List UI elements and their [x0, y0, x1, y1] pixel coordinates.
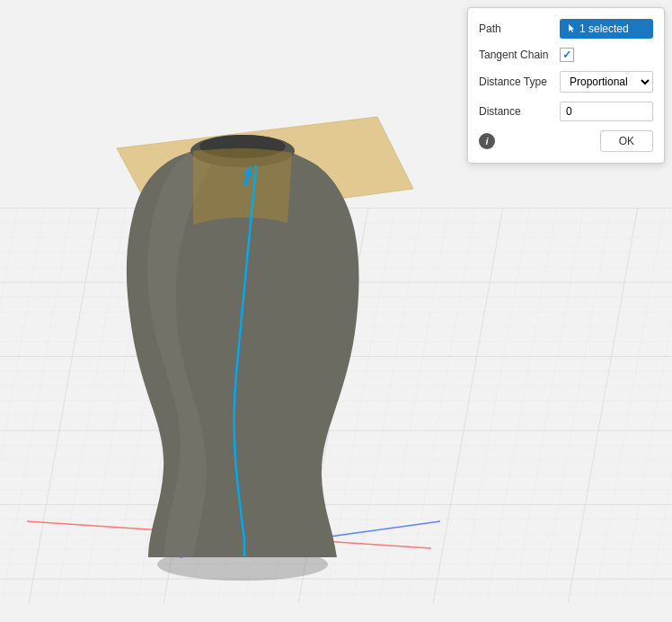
distance-type-value: Proportional Absolute — [560, 71, 653, 93]
distance-row: Distance — [479, 102, 653, 121]
properties-panel: Path 1 selected Tangent Chain ✓ Distance… — [467, 7, 665, 164]
checkbox-checkmark: ✓ — [562, 49, 571, 61]
distance-type-label: Distance Type — [479, 76, 560, 88]
ok-button[interactable]: OK — [600, 130, 653, 152]
distance-label: Distance — [479, 105, 560, 118]
tangent-chain-checkbox[interactable]: ✓ — [560, 48, 574, 62]
distance-type-row: Distance Type Proportional Absolute — [479, 71, 653, 93]
distance-type-select[interactable]: Proportional Absolute — [560, 71, 653, 93]
info-button[interactable]: i — [479, 133, 495, 149]
tangent-chain-row: Tangent Chain ✓ — [479, 48, 653, 62]
panel-footer: i OK — [479, 130, 653, 152]
distance-input[interactable] — [560, 102, 653, 121]
path-value: 1 selected — [560, 19, 653, 39]
distance-field-container — [560, 102, 653, 121]
cursor-icon — [567, 23, 576, 34]
path-label: Path — [479, 22, 560, 35]
path-row: Path 1 selected — [479, 19, 653, 39]
tangent-chain-value: ✓ — [560, 48, 653, 62]
path-select-button[interactable]: 1 selected — [560, 19, 653, 39]
path-button-label: 1 selected — [579, 22, 629, 35]
tangent-chain-label: Tangent Chain — [479, 49, 560, 61]
